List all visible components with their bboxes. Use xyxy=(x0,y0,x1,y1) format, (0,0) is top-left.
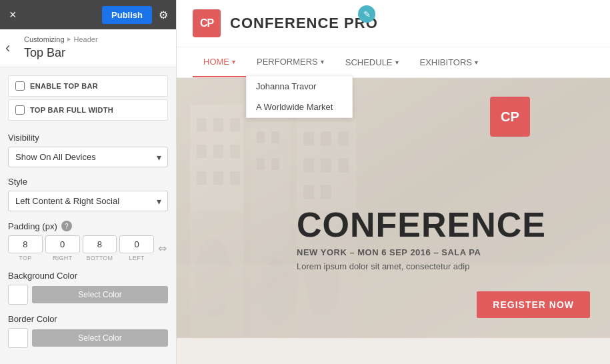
breadcrumb-area: ‹ Customizing ▸ Header Top Bar xyxy=(0,29,176,67)
nav-item-exhibitors[interactable]: EXHIBITORS ▾ xyxy=(409,47,489,77)
top-bar-full-width-label[interactable]: TOP BAR FULL WIDTH xyxy=(30,106,113,114)
border-color-section: Border Color Select Color xyxy=(8,314,168,348)
panel-content: ENABLE TOP BAR TOP BAR FULL WIDTH Visibi… xyxy=(0,67,176,356)
dropdown-item-2[interactable]: A Worldwide Market xyxy=(247,97,352,117)
nav-exhibitors-chevron: ▾ xyxy=(475,59,478,66)
padding-top-input[interactable]: 8 xyxy=(8,235,43,253)
border-color-label: Border Color xyxy=(8,314,168,324)
style-select-wrap: Left Content & Right Social Left Content… xyxy=(8,191,168,211)
visibility-select[interactable]: Show On All Devices Show On Desktop Only… xyxy=(8,147,168,167)
nav-performers-chevron: ▾ xyxy=(321,58,324,65)
back-button[interactable]: ‹ xyxy=(5,39,10,57)
padding-right-label: RIGHT xyxy=(53,255,72,261)
style-select[interactable]: Left Content & Right Social Left Content… xyxy=(8,191,168,211)
padding-section: Padding (px) ? 8 TOP 0 RIGHT 8 BOTTOM 0 xyxy=(8,221,168,261)
hero-section: CP CONFERENCE NEW YORK – MON 6 SEP 2016 … xyxy=(177,78,610,338)
page-title: Top Bar xyxy=(24,46,168,60)
nav-schedule-label: SCHEDULE xyxy=(345,57,393,67)
padding-bottom-label: BOTTOM xyxy=(86,255,113,261)
top-bar-full-width-row: TOP BAR FULL WIDTH xyxy=(8,99,168,121)
preview-panel: ✎ CP CONFERENCE PRO HOME ▾ PERFORMERS ▾ … xyxy=(177,0,610,364)
nav-item-schedule[interactable]: SCHEDULE ▾ xyxy=(335,47,409,77)
padding-info-icon[interactable]: ? xyxy=(61,221,72,231)
bg-color-swatch[interactable] xyxy=(8,285,28,305)
customizer-topbar: × Publish ⚙ xyxy=(0,0,176,29)
site-name: CONFERENCE PRO xyxy=(230,15,378,32)
bg-color-row: Select Color xyxy=(8,285,168,305)
padding-left-input[interactable]: 0 xyxy=(119,235,154,253)
breadcrumb: Customizing ▸ Header xyxy=(24,35,168,43)
site-nav: HOME ▾ PERFORMERS ▾ Johanna Travor A Wor… xyxy=(177,47,610,78)
hero-title: CONFERENCE xyxy=(297,207,546,242)
link-padding-icon[interactable]: ⇔ xyxy=(157,242,168,255)
bg-color-section: Background Color Select Color xyxy=(8,271,168,305)
padding-left-wrap: 0 LEFT xyxy=(119,235,154,261)
visibility-label: Visibility xyxy=(8,133,168,143)
padding-inputs: 8 TOP 0 RIGHT 8 BOTTOM 0 LEFT ⇔ xyxy=(8,235,168,261)
close-button[interactable]: × xyxy=(5,6,21,23)
hero-description: Lorem ipsum dolor sit amet, consectetur … xyxy=(297,261,546,271)
nav-item-performers[interactable]: PERFORMERS ▾ Johanna Travor A Worldwide … xyxy=(246,47,335,77)
breadcrumb-root[interactable]: Customizing xyxy=(24,35,65,43)
visibility-group: Visibility Show On All Devices Show On D… xyxy=(8,133,168,167)
padding-right-input[interactable]: 0 xyxy=(45,235,80,253)
dropdown-item-1[interactable]: Johanna Travor xyxy=(247,76,352,97)
top-bar-full-width-checkbox[interactable] xyxy=(15,105,25,115)
style-group: Style Left Content & Right Social Left C… xyxy=(8,177,168,211)
register-button[interactable]: REGISTER NOW xyxy=(477,291,590,318)
border-color-row: Select Color xyxy=(8,328,168,348)
publish-button[interactable]: Publish xyxy=(102,6,152,24)
padding-right-wrap: 0 RIGHT xyxy=(45,235,80,261)
nav-home-chevron: ▾ xyxy=(232,58,235,65)
padding-label-row: Padding (px) ? xyxy=(8,221,168,231)
breadcrumb-section: Header xyxy=(74,35,98,43)
padding-bottom-input[interactable]: 8 xyxy=(83,235,117,253)
site-header: CP CONFERENCE PRO xyxy=(177,0,610,47)
bg-color-select-button[interactable]: Select Color xyxy=(32,286,168,303)
cp-badge: CP xyxy=(490,97,530,137)
padding-left-label: LEFT xyxy=(129,255,145,261)
breadcrumb-separator: ▸ xyxy=(67,35,71,43)
hero-text-block: CONFERENCE NEW YORK – MON 6 SEP 2016 – S… xyxy=(297,207,546,271)
performers-dropdown: Johanna Travor A Worldwide Market xyxy=(246,75,353,118)
padding-top-label: TOP xyxy=(19,255,31,261)
hero-subtitle: NEW YORK – MON 6 SEP 2016 – SALA PA xyxy=(297,247,546,257)
customizer-edit-icon[interactable]: ✎ xyxy=(358,5,375,23)
nav-item-home[interactable]: HOME ▾ xyxy=(193,47,246,77)
enable-top-bar-checkbox[interactable] xyxy=(15,81,25,91)
padding-top-wrap: 8 TOP xyxy=(8,235,43,261)
enable-top-bar-label[interactable]: ENABLE TOP BAR xyxy=(30,82,98,90)
padding-label: Padding (px) xyxy=(8,221,57,231)
border-color-select-button[interactable]: Select Color xyxy=(32,329,168,347)
border-color-swatch[interactable] xyxy=(8,328,28,348)
enable-top-bar-row: ENABLE TOP BAR xyxy=(8,75,168,97)
padding-bottom-wrap: 8 BOTTOM xyxy=(83,235,117,261)
style-label: Style xyxy=(8,177,168,187)
nav-home-label: HOME xyxy=(203,57,229,67)
settings-button[interactable]: ⚙ xyxy=(156,6,171,24)
nav-schedule-chevron: ▾ xyxy=(395,59,399,66)
nav-performers-label: PERFORMERS xyxy=(257,57,318,67)
customizer-panel: × Publish ⚙ ‹ Customizing ▸ Header Top B… xyxy=(0,0,177,364)
bg-color-label: Background Color xyxy=(8,271,168,281)
visibility-select-wrap: Show On All Devices Show On Desktop Only… xyxy=(8,147,168,167)
nav-exhibitors-label: EXHIBITORS xyxy=(420,57,473,67)
site-logo: CP xyxy=(193,9,221,37)
